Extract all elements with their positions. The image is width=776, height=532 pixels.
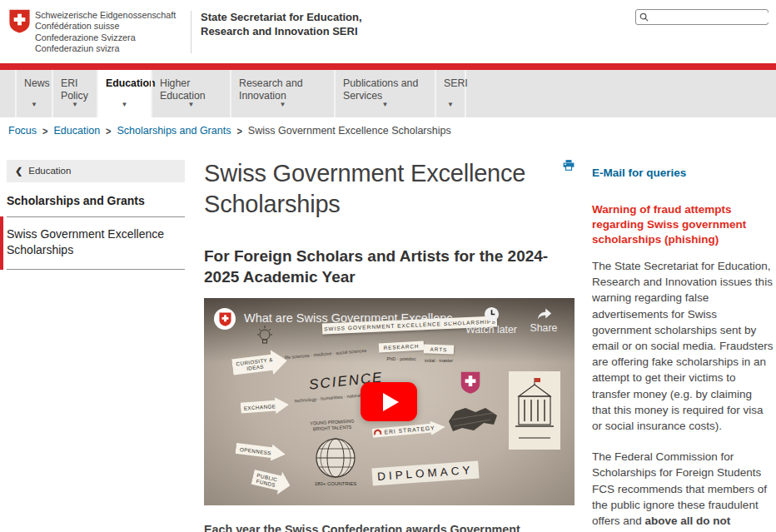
- chevron-down-icon: ▼: [72, 98, 78, 111]
- share-icon: [536, 306, 552, 321]
- page-title: Swiss Government Excellence Scholarships: [204, 158, 575, 220]
- thumb-public-funds-arrow: PUBLIC FUNDS: [250, 465, 292, 497]
- switzerland-map-sketch: [445, 403, 500, 435]
- page-subtitle: For Foreign Scholars and Artists for the…: [204, 246, 575, 287]
- lightbulb-sketch-icon: [256, 325, 274, 346]
- breadcrumb-separator: >: [106, 125, 111, 137]
- thumb-talents-label: YOUNG PROMISING BRIGHT TALENTS: [306, 418, 360, 432]
- search-icon: [639, 12, 649, 22]
- thumb-diplomacy-label: DIPLOMACY: [371, 461, 479, 486]
- logo-line: Schweizerische Eidgenossenschaft: [35, 10, 176, 21]
- chevron-down-icon: ▼: [122, 98, 128, 111]
- breadcrumb-link-scholarships[interactable]: Scholarships and Grants: [117, 125, 231, 137]
- youtube-video-player[interactable]: SWISS GOVERNMENT EXCELLENCE SCHOLARSHIPS…: [204, 298, 575, 505]
- sidebar-item-swiss-government-excellence-scholarships[interactable]: Swiss Government Excellence Scholarships: [7, 217, 185, 270]
- magnet-icon: [374, 429, 382, 437]
- main-content: Swiss Government Excellence Scholarships…: [204, 158, 575, 220]
- chevron-down-icon: ▼: [188, 98, 195, 111]
- sidebar-section-scholarships-and-grants[interactable]: Scholarships and Grants: [7, 194, 185, 217]
- confederation-wordmark: Schweizerische Eidgenossenschaft Confédé…: [35, 10, 176, 55]
- nav-tab-research-innovation[interactable]: Research and Innovation▼: [230, 70, 334, 117]
- thumb-arts-sub: initial · master: [422, 358, 455, 364]
- active-item-marker: [0, 216, 3, 270]
- logo-line: Confederazione Svizzera: [35, 32, 176, 43]
- swiss-shield-sketch-icon: [460, 371, 480, 394]
- chevron-down-icon: ▼: [31, 98, 37, 111]
- chevron-down-icon: ▼: [447, 98, 454, 111]
- breadcrumb-link-focus[interactable]: Focus: [8, 125, 37, 137]
- warning-paragraph-2: The Federal Commission for Scholarships …: [592, 449, 774, 532]
- breadcrumb-separator: >: [236, 125, 241, 137]
- search-box: [635, 9, 769, 25]
- video-title[interactable]: What are Swiss Government Excellenc...: [244, 311, 463, 325]
- clock-icon: [484, 306, 500, 322]
- play-button[interactable]: [361, 382, 417, 421]
- logo-line: Confédération suisse: [35, 21, 176, 32]
- thumb-arts-ribbon: ARTS: [424, 344, 454, 354]
- left-sidebar: ❮Education Scholarships and Grants Swiss…: [7, 160, 185, 270]
- thumb-research-sub: PhD · postdoc: [381, 356, 422, 362]
- swiss-shield-avatar-icon: [219, 312, 231, 326]
- swiss-coat-of-arms-icon[interactable]: [8, 9, 31, 33]
- fraud-warning-link[interactable]: Warning of fraud attempts regarding Swis…: [592, 202, 774, 247]
- breadcrumb: Focus>Education>Scholarships and Grants>…: [8, 125, 451, 137]
- thumb-countries-label: 180+ COUNTRIES: [304, 481, 367, 486]
- main-nav: News▼ ERI Policy▼ Education▼ Higher Educ…: [0, 70, 776, 117]
- nav-tab-education[interactable]: Education▼: [97, 70, 151, 117]
- brand-red-bar: [0, 63, 776, 70]
- thumb-eri-strategy-ribbon: ERI STRATEGY: [371, 420, 445, 440]
- share-button[interactable]: Share: [525, 306, 563, 334]
- sidebar-back-education[interactable]: ❮Education: [7, 160, 185, 182]
- globe-sketch-icon: [314, 436, 357, 480]
- logo-line: Confederaziun svizra: [35, 43, 176, 54]
- thumb-exchange-arrow: EXCHANGE: [240, 396, 289, 416]
- warning-paragraph-1: The State Secretariat for Education, Res…: [592, 258, 774, 434]
- nav-tab-eri-policy[interactable]: ERI Policy▼: [52, 70, 97, 117]
- watch-later-button[interactable]: Watch later: [460, 306, 522, 336]
- page: Schweizerische Eidgenossenschaft Confédé…: [0, 0, 776, 532]
- breadcrumb-separator: >: [42, 125, 47, 137]
- breadcrumb-link-education[interactable]: Education: [53, 125, 100, 137]
- nav-tab-seri[interactable]: SERI▼: [435, 70, 466, 117]
- printer-icon: [563, 160, 575, 171]
- chevron-down-icon: ▼: [280, 98, 286, 111]
- play-icon: [383, 393, 399, 411]
- channel-avatar[interactable]: [214, 308, 236, 330]
- intro-paragraph: Each year the Swiss Confederation awards…: [204, 521, 575, 532]
- chevron-left-icon: ❮: [15, 166, 22, 176]
- nav-tab-publications-services[interactable]: Publications and Services▼: [334, 70, 435, 117]
- search-input[interactable]: [651, 12, 769, 22]
- email-queries-link[interactable]: E-Mail for queries: [592, 167, 774, 179]
- print-button[interactable]: [563, 160, 575, 173]
- org-title: State Secretariat for Education, Researc…: [201, 10, 362, 38]
- header-divider: [191, 11, 192, 53]
- right-sidebar: E-Mail for queries Warning of fraud atte…: [592, 167, 774, 532]
- building-sketch-card: [509, 371, 560, 450]
- thumb-openness-arrow: OPENNESS: [235, 440, 286, 462]
- breadcrumb-current: Swiss Government Excellence Scholarships: [248, 125, 451, 137]
- nav-tab-higher-education[interactable]: Higher Education▼: [151, 70, 230, 117]
- header: Schweizerische Eidgenossenschaft Confédé…: [0, 0, 776, 63]
- chevron-down-icon: ▼: [382, 98, 389, 111]
- nav-tab-news[interactable]: News▼: [15, 70, 52, 117]
